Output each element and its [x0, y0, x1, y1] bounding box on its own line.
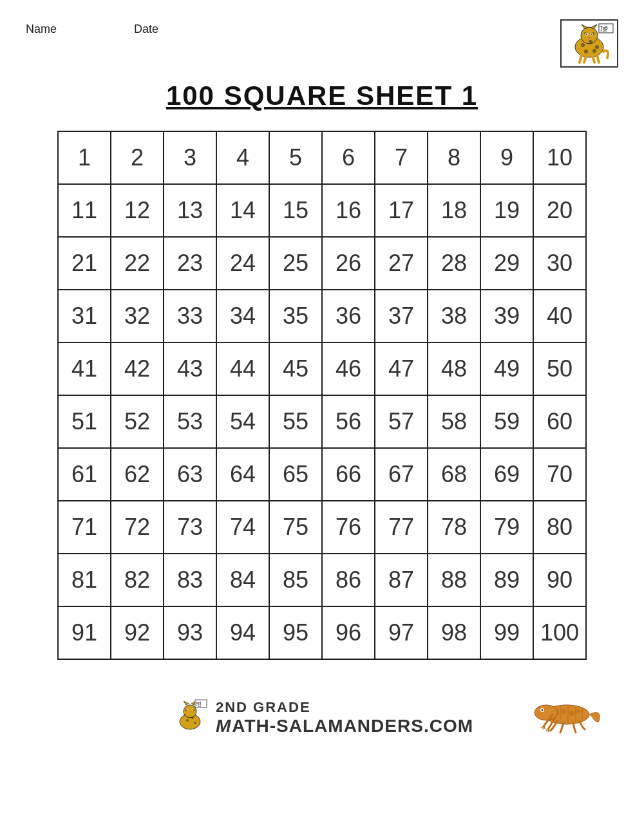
grid-cell-54: 54	[216, 395, 269, 448]
grid-row-5: 41424344454647484950	[58, 342, 586, 395]
grid-row-10: 919293949596979899100	[58, 606, 586, 659]
header-logo-box: 7x5 =35	[560, 19, 618, 68]
grid-cell-100: 100	[533, 606, 586, 659]
grid-cell-19: 19	[480, 184, 533, 237]
grid-cell-75: 75	[269, 501, 322, 554]
grid-cell-41: 41	[58, 342, 111, 395]
grid-cell-4: 4	[216, 131, 269, 184]
svg-marker-15	[591, 24, 597, 29]
grid-cell-44: 44	[216, 342, 269, 395]
svg-point-24	[184, 705, 196, 718]
grid-cell-24: 24	[216, 237, 269, 290]
footer-site-m: M	[216, 716, 231, 736]
grid-cell-66: 66	[322, 448, 375, 501]
grid-cell-91: 91	[58, 606, 111, 659]
grid-cell-67: 67	[375, 448, 428, 501]
svg-point-32	[187, 709, 188, 710]
grid-cell-28: 28	[428, 237, 480, 290]
svg-point-33	[192, 709, 193, 710]
header-labels: Name Date	[26, 19, 158, 36]
grid-cell-20: 20	[533, 184, 586, 237]
grid-cell-96: 96	[322, 606, 375, 659]
grid-cell-79: 79	[480, 501, 533, 554]
grid-cell-74: 74	[216, 501, 269, 554]
grid-cell-87: 87	[375, 554, 428, 606]
svg-point-11	[586, 33, 587, 35]
grid-cell-61: 61	[58, 448, 111, 501]
svg-point-2	[581, 43, 585, 47]
grid-cell-3: 3	[164, 131, 216, 184]
grid-cell-17: 17	[375, 184, 428, 237]
grid-cell-83: 83	[164, 554, 216, 606]
grid-row-3: 21222324252627282930	[58, 237, 586, 290]
svg-point-27	[186, 719, 189, 722]
grid-container: 1234567891011121314151617181920212223242…	[26, 131, 618, 660]
page-title: 100 SQUARE SHEET 1	[26, 80, 618, 111]
grid-cell-50: 50	[533, 342, 586, 395]
svg-text:=35: =35	[600, 29, 607, 33]
svg-point-45	[576, 709, 580, 713]
svg-point-5	[584, 50, 588, 53]
grid-row-4: 31323334353637383940	[58, 290, 586, 342]
grid-row-1: 12345678910	[58, 131, 586, 184]
grid-cell-85: 85	[269, 554, 322, 606]
grid-cell-13: 13	[164, 184, 216, 237]
grid-cell-46: 46	[322, 342, 375, 395]
svg-point-6	[592, 49, 596, 53]
page-header: Name Date	[26, 19, 618, 68]
svg-point-4	[595, 45, 599, 49]
grid-cell-26: 26	[322, 237, 375, 290]
grid-cell-15: 15	[269, 184, 322, 237]
grid-cell-81: 81	[58, 554, 111, 606]
grid-cell-63: 63	[164, 448, 216, 501]
date-label: Date	[134, 23, 158, 36]
footer-text: 2ND GRADE M ATH-SALAMANDERS.COM	[216, 699, 473, 736]
grid-cell-43: 43	[164, 342, 216, 395]
grid-cell-42: 42	[111, 342, 164, 395]
grid-cell-47: 47	[375, 342, 428, 395]
grid-cell-80: 80	[533, 501, 586, 554]
grid-cell-25: 25	[269, 237, 322, 290]
grid-cell-72: 72	[111, 501, 164, 554]
svg-marker-14	[582, 24, 588, 29]
grid-cell-59: 59	[480, 395, 533, 448]
grid-cell-35: 35	[269, 290, 322, 342]
grid-cell-52: 52	[111, 395, 164, 448]
grid-cell-34: 34	[216, 290, 269, 342]
footer-site: ATH-SALAMANDERS.COM	[232, 716, 473, 736]
grid-cell-93: 93	[164, 606, 216, 659]
svg-point-43	[561, 709, 566, 714]
grid-cell-39: 39	[480, 290, 533, 342]
grid-cell-1: 1	[58, 131, 111, 184]
grid-cell-2: 2	[111, 131, 164, 184]
grid-row-2: 11121314151617181920	[58, 184, 586, 237]
grid-row-8: 71727374757677787980	[58, 501, 586, 554]
grid-cell-7: 7	[375, 131, 428, 184]
grid-cell-69: 69	[480, 448, 533, 501]
grid-cell-45: 45	[269, 342, 322, 395]
grid-cell-76: 76	[322, 501, 375, 554]
grid-cell-97: 97	[375, 606, 428, 659]
footer-leopard-icon: 3x5 =15	[171, 698, 209, 737]
svg-point-3	[589, 40, 592, 44]
footer-logo: 3x5 =15 2ND GRADE M ATH-SALAMANDERS.COM	[171, 698, 473, 737]
svg-point-29	[194, 722, 196, 724]
grid-cell-82: 82	[111, 554, 164, 606]
grid-cell-31: 31	[58, 290, 111, 342]
grid-cell-86: 86	[322, 554, 375, 606]
grid-cell-51: 51	[58, 395, 111, 448]
svg-point-13	[588, 37, 591, 39]
svg-text:=15: =15	[196, 704, 202, 707]
name-label: Name	[26, 23, 57, 36]
grid-row-6: 51525354555657585960	[58, 395, 586, 448]
number-grid: 1234567891011121314151617181920212223242…	[57, 131, 587, 660]
header-logo-icon: 7x5 =35	[564, 23, 615, 64]
svg-line-19	[580, 55, 582, 62]
grid-cell-48: 48	[428, 342, 480, 395]
grid-cell-29: 29	[480, 237, 533, 290]
grid-cell-78: 78	[428, 501, 480, 554]
grid-cell-68: 68	[428, 448, 480, 501]
grid-cell-60: 60	[533, 395, 586, 448]
grid-cell-40: 40	[533, 290, 586, 342]
page-footer: 3x5 =15 2ND GRADE M ATH-SALAMANDERS.COM	[26, 686, 618, 737]
